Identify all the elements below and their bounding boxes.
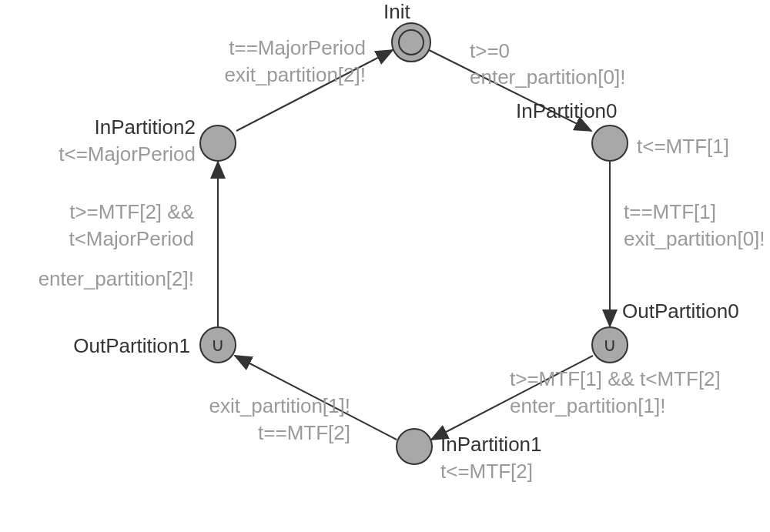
state-in-partition-1 <box>396 428 433 465</box>
edge-init-inp0-sync: enter_partition[0]! <box>470 64 625 91</box>
state-in-partition-1-label: InPartition1 <box>440 431 542 458</box>
edge-outp0-inp1-guard: t>=MTF[1] && t<MTF[2] <box>510 366 721 393</box>
edge-outp1-inp2-sync: enter_partition[2]! <box>38 266 194 293</box>
edge-inp2-init-sync: exit_partition[2]! <box>224 62 366 89</box>
state-in-partition-0-invariant: t<=MTF[1] <box>637 133 729 160</box>
state-out-partition-1: ∪ <box>199 326 236 363</box>
state-in-partition-2-label: InPartition2 <box>94 114 196 141</box>
edge-outp1-inp2-guard2: t<MajorPeriod <box>69 226 194 253</box>
state-in-partition-0-label: InPartition0 <box>516 98 618 125</box>
state-init <box>391 22 431 62</box>
state-in-partition-0 <box>591 125 628 162</box>
edge-outp1-inp2-guard1: t>=MTF[2] && <box>69 199 194 226</box>
state-in-partition-1-invariant: t<=MTF[2] <box>440 458 533 485</box>
state-in-partition-2 <box>199 125 236 162</box>
automaton-diagram: Init InPartition0 t<=MTF[1] ∪ OutPartiti… <box>0 0 770 532</box>
state-out-partition-1-label: OutPartition1 <box>73 333 190 360</box>
state-in-partition-2-invariant: t<=MajorPeriod <box>59 141 196 168</box>
edge-init-inp0-guard: t>=0 <box>470 38 510 65</box>
edge-inp1-outp1-guard: t==MTF[2] <box>258 420 350 447</box>
edge-inp2-init-guard: t==MajorPeriod <box>229 35 366 62</box>
urgent-marker-icon: ∪ <box>603 336 617 354</box>
state-init-label: Init <box>383 0 410 25</box>
state-out-partition-0-label: OutPartition0 <box>622 298 739 325</box>
edge-inp0-outp0-guard: t==MTF[1] <box>624 199 716 226</box>
edge-outp0-inp1-sync: enter_partition[1]! <box>510 393 665 420</box>
edge-inp1-outp1-sync: exit_partition[1]! <box>209 393 350 420</box>
urgent-marker-icon: ∪ <box>211 336 225 354</box>
initial-marker-ring <box>398 29 424 55</box>
edge-inp0-outp0-sync: exit_partition[0]! <box>624 226 765 253</box>
state-out-partition-0: ∪ <box>591 326 628 363</box>
